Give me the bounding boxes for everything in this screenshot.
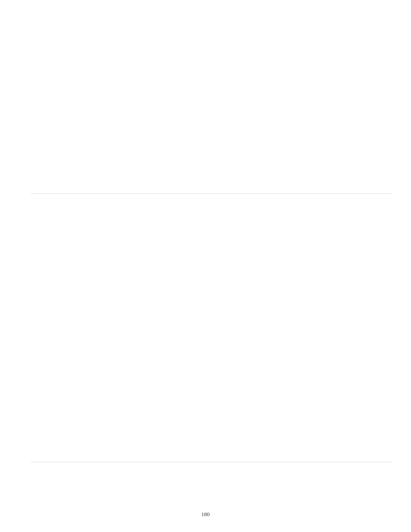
horizontal-divider-top bbox=[31, 193, 392, 194]
horizontal-divider-bottom bbox=[31, 462, 392, 462]
page-number: 180 bbox=[0, 511, 411, 518]
